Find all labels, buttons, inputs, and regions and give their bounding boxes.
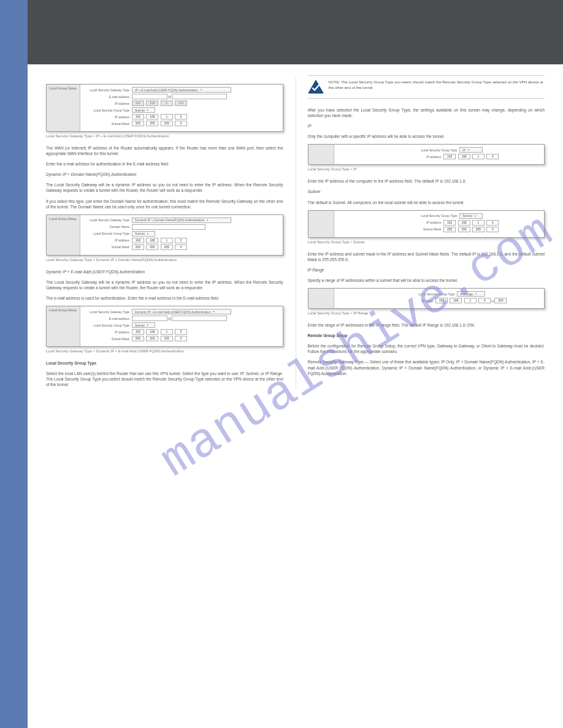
mask-4[interactable]: 0 [486, 227, 499, 232]
grp-type-select[interactable]: IP▼ [459, 147, 483, 153]
ip-2[interactable]: 168 [458, 220, 470, 226]
email-domain-input[interactable] [172, 94, 227, 99]
ip-3[interactable]: 1 [472, 220, 484, 226]
grp-ip-label: IP address [84, 330, 132, 334]
form-panel-dyn-domain: Local Group Setup Local Security Gateway… [46, 214, 283, 256]
gw-type-select[interactable]: Dynamic IP + Domain Name(FQDN) Authentic… [132, 218, 231, 223]
grp-ip-label: IP address [84, 238, 132, 242]
mask-2[interactable]: 255 [458, 227, 470, 232]
ip-4[interactable]: 0 [486, 154, 499, 159]
grp-type-select[interactable]: Subnet▼ [132, 107, 155, 113]
mask-1[interactable]: 255 [443, 227, 456, 232]
range-3[interactable]: 1 [464, 298, 477, 303]
range-2[interactable]: 168 [450, 298, 462, 303]
panel-side-blank [308, 289, 334, 308]
body-text: The default is Subnet. All computers on … [308, 200, 545, 205]
ip-1[interactable]: 192 [443, 220, 456, 226]
domain-name-input[interactable] [132, 224, 205, 230]
mask-3[interactable]: 255 [161, 336, 173, 341]
grp-ip-1[interactable]: 192 [132, 114, 144, 119]
subheading: Local Security Group Type [46, 360, 283, 366]
right-column: NOTE: The Local Security Group Type you … [296, 75, 545, 393]
mask-4[interactable]: 0 [175, 336, 187, 341]
form-panel-sg-ip: Local Security Group Type IP▼ IP address… [308, 144, 545, 165]
chevron-down-icon: ▼ [147, 108, 149, 112]
mask-3[interactable]: 255 [472, 227, 484, 232]
left-column: Local Group Setup Local Security Gateway… [46, 75, 296, 393]
gw-type-select[interactable]: IP + E-mail Addr.(USER FQDN) Authenticat… [132, 87, 231, 93]
ip-octet-3: 0 [161, 100, 173, 106]
grp-ip-2[interactable]: 168 [146, 238, 158, 243]
mask-3[interactable]: 255 [161, 245, 173, 250]
mask-1[interactable]: 255 [132, 245, 144, 250]
chevron-down-icon: ▼ [475, 292, 477, 295]
range-5[interactable]: 254 [494, 298, 507, 303]
mask-label: Subnet Mask [84, 337, 132, 341]
panel-subnet-caption: Local Security Group Type > Subnet [308, 240, 545, 244]
ip-4[interactable]: 0 [486, 220, 499, 226]
grp-type-label: Local Security Group Type [393, 292, 457, 296]
grp-type-select[interactable]: Subnet▼ [459, 213, 483, 219]
range-4[interactable]: 0 [478, 298, 491, 303]
gw-type-label: Local Security Gateway Type [84, 218, 132, 222]
panel-side-blank [308, 211, 334, 237]
panel1-caption: Local Security Gateway Type > IP + E-mai… [46, 134, 283, 138]
email-label: E-mail address [84, 317, 132, 320]
grp-ip-4[interactable]: 0 [175, 329, 187, 335]
panel-side-blank [308, 145, 334, 164]
grp-ip-4[interactable]: 0 [175, 238, 187, 243]
mask-1[interactable]: 255 [132, 336, 144, 341]
gw-type-label: Local Security Gateway Type [84, 310, 132, 314]
grp-type-label: Local Security Group Type [84, 324, 132, 327]
check-triangle-icon [308, 80, 324, 94]
mask-4[interactable]: 0 [175, 245, 187, 250]
grp-ip-4[interactable]: 0 [175, 114, 187, 119]
mask-4[interactable]: 0 [175, 121, 187, 126]
ip-1[interactable]: 192 [443, 154, 456, 159]
at-sign: @ [167, 317, 172, 320]
body-text: Remote Security Gateway Type — Select on… [308, 359, 545, 376]
ip-label: IP address [379, 155, 443, 159]
ip-octet-1: 192 [132, 100, 144, 106]
body-text: Specify a range of IP addresses within a… [308, 278, 545, 283]
gw-type-label: Local Security Gateway Type [84, 88, 132, 92]
body-text: Select the local LAN user(s) behind the … [46, 371, 283, 387]
mask-2[interactable]: 255 [146, 336, 158, 341]
grp-ip-label: IP address [84, 115, 132, 119]
mask-1[interactable]: 255 [132, 121, 144, 126]
page: Local Group Setup Local Security Gateway… [0, 0, 563, 728]
grp-ip-2[interactable]: 168 [146, 329, 158, 335]
grp-type-select[interactable]: Subnet▼ [132, 231, 155, 237]
grp-ip-3[interactable]: 1 [161, 329, 173, 335]
ip-2[interactable]: 168 [458, 154, 470, 159]
grp-ip-3[interactable]: 1 [161, 114, 173, 119]
mask-label: Subnet Mask [379, 227, 443, 231]
email-local-input[interactable] [132, 94, 167, 99]
grp-ip-2[interactable]: 168 [146, 114, 158, 119]
email-domain-input[interactable] [172, 316, 227, 321]
body-text: The Local Security Gateway will be a dyn… [46, 182, 283, 193]
subheading: Subnet [308, 189, 545, 194]
body-text: Enter the IP address of the computer in … [308, 178, 545, 184]
mask-3[interactable]: 255 [161, 121, 173, 126]
range-1[interactable]: 192 [435, 298, 448, 303]
gw-type-select[interactable]: Dynamic IP + E-mail Addr.(USER FQDN) Aut… [132, 309, 231, 314]
panel-side-label: Local Group Setup [47, 215, 80, 255]
grp-ip-3[interactable]: 1 [161, 238, 173, 243]
grp-type-label: Local Security Group Type [84, 232, 132, 235]
domain-name-label: Domain Name [84, 225, 132, 229]
panel-body: Local Security Group Type IP▼ IP address… [334, 145, 545, 164]
email-local-input[interactable] [132, 316, 167, 321]
mask-label: Subnet Mask [84, 245, 132, 249]
mask-2[interactable]: 255 [146, 121, 158, 126]
chevron-down-icon: ▼ [474, 214, 477, 218]
grp-type-select[interactable]: IP Range▼ [457, 291, 485, 297]
grp-ip-1[interactable]: 192 [132, 238, 144, 243]
note-text: NOTE: The Local Security Group Type you … [329, 80, 545, 90]
grp-type-select[interactable]: Subnet▼ [132, 322, 155, 328]
grp-type-label: Local Security Group Type [84, 108, 132, 112]
grp-ip-1[interactable]: 192 [132, 329, 144, 335]
ip-3[interactable]: 1 [472, 154, 484, 159]
mask-2[interactable]: 255 [146, 245, 158, 250]
body-text: Only the computer with a specific IP add… [308, 134, 545, 139]
